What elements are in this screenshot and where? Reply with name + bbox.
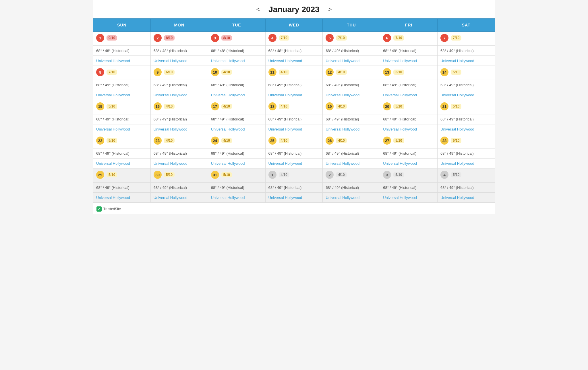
event-link[interactable]: Universal Hollywood	[93, 124, 150, 134]
table-cell: 225/10	[93, 134, 151, 148]
weather-cell: 68° / 48° (Historical)	[150, 46, 208, 56]
event-link[interactable]: Universal Hollywood	[266, 158, 323, 168]
score-badge: 4/10	[279, 104, 289, 109]
day-number-row: 215/10	[438, 100, 495, 112]
weather-info: 68° / 48° (Historical)	[151, 46, 208, 55]
weather-info: 68° / 49° (Historical)	[151, 148, 208, 158]
event-link[interactable]: Universal Hollywood	[323, 56, 380, 66]
event-link[interactable]: Universal Hollywood	[208, 124, 265, 134]
event-link[interactable]: Universal Hollywood	[323, 158, 380, 168]
score-badge: 5/10	[221, 172, 232, 177]
event-cell: Universal Hollywood	[438, 158, 495, 168]
event-link[interactable]: Universal Hollywood	[93, 158, 150, 168]
day-header-sat: SAT	[438, 19, 495, 32]
score-badge: 5/10	[393, 138, 404, 143]
day-number-row: 114/10	[266, 66, 323, 78]
event-link[interactable]: Universal Hollywood	[323, 124, 380, 134]
weather-info: 68° / 49° (Historical)	[380, 46, 437, 55]
event-link[interactable]: Universal Hollywood	[438, 90, 495, 100]
event-link[interactable]: Universal Hollywood	[323, 193, 380, 202]
event-link[interactable]: Universal Hollywood	[151, 90, 208, 100]
event-link[interactable]: Universal Hollywood	[380, 56, 437, 66]
score-badge: 4/10	[221, 70, 232, 75]
day-number: 12	[326, 68, 334, 76]
score-badge: 4/10	[221, 138, 232, 143]
next-month-button[interactable]: >	[325, 5, 335, 14]
day-number-row: 305/10	[151, 168, 208, 181]
event-link[interactable]: Universal Hollywood	[380, 90, 437, 100]
table-cell: 215/10	[438, 100, 495, 114]
event-link[interactable]: Universal Hollywood	[380, 124, 437, 134]
score-badge: 7/10	[279, 35, 289, 41]
prev-month-button[interactable]: <	[253, 5, 263, 14]
day-number: 27	[383, 137, 391, 145]
day-number: 3	[383, 171, 391, 179]
event-link[interactable]: Universal Hollywood	[323, 90, 380, 100]
event-link[interactable]: Universal Hollywood	[93, 193, 150, 202]
event-link[interactable]: Universal Hollywood	[208, 158, 265, 168]
score-badge: 4/10	[164, 104, 175, 109]
calendar-table: SUNMONTUEWEDTHUFRISAT 19/1028/1038/1047/…	[93, 18, 495, 203]
table-cell: 47/10	[265, 32, 323, 46]
event-cell: Universal Hollywood	[438, 56, 495, 66]
event-link[interactable]: Universal Hollywood	[438, 193, 495, 202]
day-header-mon: MON	[150, 19, 208, 32]
event-cell: Universal Hollywood	[380, 158, 438, 168]
score-badge: 4/10	[221, 104, 232, 109]
event-link[interactable]: Universal Hollywood	[151, 193, 208, 202]
weather-cell: 68° / 49° (Historical)	[380, 183, 438, 193]
event-link[interactable]: Universal Hollywood	[151, 56, 208, 66]
event-link[interactable]: Universal Hollywood	[208, 56, 265, 66]
day-number-row: 275/10	[380, 134, 437, 146]
event-link[interactable]: Universal Hollywood	[438, 56, 495, 66]
day-number-row: 194/10	[323, 100, 380, 112]
weather-cell: 68° / 49° (Historical)	[208, 114, 265, 124]
event-cell: Universal Hollywood	[265, 90, 323, 100]
event-link[interactable]: Universal Hollywood	[266, 90, 323, 100]
table-cell: 205/10	[380, 100, 438, 114]
table-cell: 164/10	[150, 100, 208, 114]
event-cell: Universal Hollywood	[323, 56, 380, 66]
day-number: 18	[268, 102, 276, 110]
day-number-row: 234/10	[151, 134, 208, 146]
day-number: 6	[383, 34, 391, 42]
event-link[interactable]: Universal Hollywood	[208, 90, 265, 100]
event-link[interactable]: Universal Hollywood	[93, 56, 150, 66]
table-cell: 77/10	[438, 32, 495, 46]
day-header-sun: SUN	[93, 19, 151, 32]
event-link[interactable]: Universal Hollywood	[151, 158, 208, 168]
weather-info: 68° / 49° (Historical)	[266, 148, 323, 158]
score-badge: 5/10	[451, 104, 461, 109]
day-number: 23	[154, 137, 162, 145]
day-number: 7	[440, 34, 448, 42]
event-link[interactable]: Universal Hollywood	[93, 90, 150, 100]
day-number-row: 96/10	[151, 66, 208, 78]
table-cell: 234/10	[150, 134, 208, 148]
day-number-row: 57/10	[323, 32, 380, 44]
weather-cell: 68° / 48° (Historical)	[93, 46, 151, 56]
event-link[interactable]: Universal Hollywood	[266, 124, 323, 134]
score-badge: 9/10	[107, 35, 117, 41]
trustedsite-badge: ✓ TrustedSite	[93, 204, 495, 214]
weather-info: 68° / 49° (Historical)	[208, 80, 265, 90]
table-cell: 184/10	[265, 100, 323, 114]
day-number: 31	[211, 171, 219, 179]
day-number-row: 19/10	[93, 32, 150, 44]
event-link[interactable]: Universal Hollywood	[380, 158, 437, 168]
event-link[interactable]: Universal Hollywood	[438, 158, 495, 168]
event-link[interactable]: Universal Hollywood	[438, 124, 495, 134]
day-number-row: 155/10	[93, 100, 150, 112]
event-link[interactable]: Universal Hollywood	[151, 124, 208, 134]
table-cell: 38/10	[208, 32, 265, 46]
event-link[interactable]: Universal Hollywood	[380, 193, 437, 202]
event-link[interactable]: Universal Hollywood	[266, 193, 323, 202]
day-number: 30	[154, 171, 162, 179]
event-cell: Universal Hollywood	[323, 90, 380, 100]
day-number: 11	[268, 68, 276, 76]
weather-info: 68° / 49° (Historical)	[438, 183, 495, 192]
event-link[interactable]: Universal Hollywood	[266, 56, 323, 66]
event-link[interactable]: Universal Hollywood	[208, 193, 265, 202]
event-cell: Universal Hollywood	[323, 193, 380, 203]
trustedsite-label: TrustedSite	[103, 207, 121, 211]
score-badge: 5/10	[393, 70, 404, 75]
